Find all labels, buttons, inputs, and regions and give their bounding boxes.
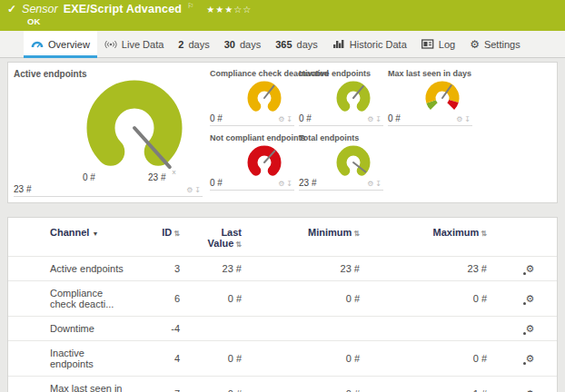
- channel-name-cell[interactable]: Downtime: [8, 317, 144, 341]
- last-value-cell: 0 #: [196, 281, 258, 317]
- channel-settings-gear-icon[interactable]: ⚙: [526, 353, 535, 365]
- pin-icon[interactable]: ↧: [375, 115, 383, 123]
- pin-icon[interactable]: ↧: [375, 180, 383, 188]
- tab-historic-data[interactable]: Historic Data: [325, 31, 414, 57]
- column-header-maximum[interactable]: Maximum⇅: [376, 218, 503, 257]
- gauge-title: Inactive endpoints: [299, 69, 383, 78]
- tab-settings[interactable]: ⚙Settings: [462, 31, 528, 57]
- gauge-value: 0 #: [210, 113, 223, 123]
- tab-30-days[interactable]: 30days: [217, 31, 269, 57]
- gauge-tile-compliance-check-deactivated: Compliance check deactivated0 #⚙↧: [210, 69, 294, 126]
- gauge-footer: 23 #⚙↧: [299, 178, 383, 188]
- gauge-icon: [31, 39, 44, 49]
- channel-id-cell: 4: [144, 341, 196, 377]
- status-badge: OK: [27, 16, 556, 26]
- gauge-value: 0 #: [299, 113, 312, 123]
- not-compliant-endpoints-gauge: [244, 144, 284, 181]
- sort-icon: ⇅: [481, 230, 487, 238]
- column-header-settings: [503, 218, 557, 257]
- channel-name-cell[interactable]: Inactive endpoints: [8, 341, 144, 377]
- tab-label: Log: [439, 39, 455, 50]
- compliance-check-deactivated-gauge: [244, 80, 284, 116]
- gear-icon[interactable]: ⚙: [278, 180, 286, 188]
- tab-overview[interactable]: Overview: [24, 31, 97, 57]
- chart-icon: [332, 39, 345, 49]
- column-header-id[interactable]: ID⇅: [144, 218, 196, 257]
- pin-icon[interactable]: ↧: [464, 115, 472, 123]
- tab-label: days: [297, 39, 318, 50]
- gauge-value: 0 #: [388, 113, 401, 123]
- object-kind-label: Sensor: [22, 3, 58, 15]
- sensor-header: ✓ Sensor EXE/Script Advanced ⚐ ★★★☆☆ OK: [0, 0, 565, 31]
- gauge-title: Total endpoints: [299, 133, 383, 142]
- gauge-tile-not-compliant-endpoints: Not compliant endpoints0 #⚙↧: [210, 133, 294, 191]
- tab-label: Settings: [484, 39, 520, 50]
- gauge-title: Max last seen in days: [388, 69, 472, 78]
- gear-icon[interactable]: ⚙: [456, 115, 464, 123]
- table-row: Inactive endpoints40 #0 #0 #⚙: [8, 341, 557, 377]
- gear-icon[interactable]: ⚙: [367, 180, 375, 188]
- channel-settings-gear-icon[interactable]: ⚙: [526, 388, 535, 392]
- minimum-cell: 0 #: [258, 377, 376, 392]
- pin-icon[interactable]: ↧: [194, 186, 203, 194]
- column-header-label: Minimum: [308, 227, 352, 238]
- channel-id-cell: -4: [144, 317, 196, 341]
- channel-id-cell: 6: [144, 281, 196, 317]
- small-gauges-area: Compliance check deactivated0 #⚙↧Inactiv…: [210, 69, 551, 202]
- priority-stars[interactable]: ★★★☆☆: [206, 5, 252, 15]
- gauge-corner-icons: ⚙↧: [367, 115, 383, 123]
- channel-settings-gear-icon[interactable]: ⚙: [526, 323, 535, 335]
- column-header-minimum[interactable]: Minimum⇅: [258, 218, 376, 257]
- tab-label: days: [240, 39, 261, 50]
- gauge-tile-max-last-seen-in-days: Max last seen in days0 #⚙↧: [388, 69, 472, 126]
- tab-2-days[interactable]: 2days: [171, 31, 216, 57]
- max-last-seen-in-days-gauge: [422, 80, 462, 116]
- sort-icon: ⇅: [353, 230, 360, 238]
- channel-settings-cell: ⚙: [503, 317, 557, 341]
- gear-icon[interactable]: ⚙: [278, 115, 286, 123]
- minimum-cell: [258, 317, 376, 341]
- tab-365-days[interactable]: 365days: [268, 31, 325, 57]
- tab-number: 365: [275, 39, 292, 50]
- channel-settings-gear-icon[interactable]: ⚙: [526, 293, 535, 305]
- tab-log[interactable]: Log: [414, 31, 462, 57]
- gear-icon[interactable]: ⚙: [367, 115, 375, 123]
- minimum-cell: 0 #: [258, 281, 376, 317]
- gauge-footer: 23 #⚙↧: [14, 184, 203, 194]
- gauge-footer: 0 #⚙↧: [210, 113, 294, 123]
- channel-id-cell: 7: [144, 377, 196, 392]
- channel-name-cell[interactable]: Max last seen in days: [8, 377, 144, 392]
- tab-number: 30: [224, 39, 235, 50]
- pin-icon[interactable]: ↧: [286, 115, 294, 123]
- column-header-last-value[interactable]: Last Value⇅: [196, 218, 258, 257]
- last-value-cell: [196, 317, 258, 341]
- gauge-value: 23 #: [299, 178, 316, 188]
- column-header-label: Channel: [50, 227, 89, 238]
- tab-bar: OverviewLive Data2days30days365daysHisto…: [0, 31, 565, 58]
- maximum-cell: 0 #: [376, 341, 503, 377]
- gear-icon[interactable]: ⚙: [186, 186, 194, 194]
- tab-number: 2: [178, 39, 183, 50]
- minimum-cell: 0 #: [258, 341, 376, 377]
- column-header-label: ID: [162, 227, 172, 238]
- gauge-corner-icons: ⚙↧: [456, 115, 472, 123]
- column-header-label: Maximum: [433, 227, 480, 238]
- maximum-cell: 23 #: [376, 257, 503, 281]
- channel-name-cell[interactable]: Compliance check deacti...: [8, 281, 144, 317]
- maximum-cell: [376, 317, 503, 341]
- gauge-title: Compliance check deactivated: [210, 69, 294, 78]
- column-header-channel[interactable]: Channel▼: [8, 218, 144, 257]
- gauge-corner-icons: ⚙↧: [278, 115, 294, 123]
- table-row: Max last seen in days70 #0 #1 #⚙: [8, 377, 557, 392]
- channel-settings-gear-icon[interactable]: ⚙: [526, 263, 535, 275]
- pin-icon[interactable]: ↧: [286, 180, 294, 188]
- antenna-icon: [104, 39, 117, 49]
- table-row: Downtime-4⚙: [8, 317, 557, 341]
- gauge-tile-inactive-endpoints: Inactive endpoints0 #⚙↧: [299, 69, 383, 126]
- gauge-corner-icons: ⚙↧: [367, 180, 383, 188]
- channel-name-cell[interactable]: Active endpoints: [8, 257, 144, 281]
- gauges-panel: Active endpointsx0 #23 #23 #⚙↧Compliance…: [7, 62, 558, 203]
- gauge-value: 0 #: [210, 178, 223, 188]
- tab-live-data[interactable]: Live Data: [97, 31, 171, 57]
- last-value-cell: 0 #: [196, 377, 258, 392]
